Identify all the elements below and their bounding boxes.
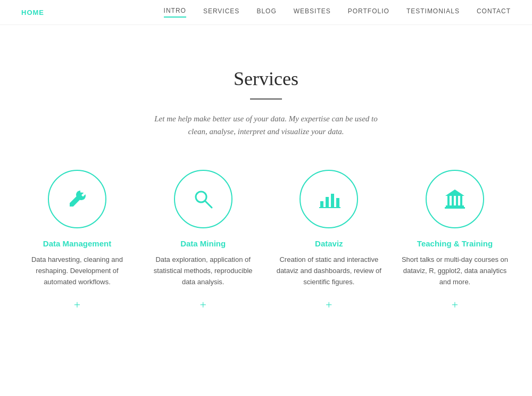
data-mining-title: Data Mining	[180, 239, 226, 248]
service-card-dataviz: Dataviz Creation of static and interacti…	[273, 170, 385, 312]
dataviz-desc: Creation of static and interactive datav…	[273, 254, 385, 287]
data-management-icon-circle	[48, 170, 106, 228]
svg-rect-11	[446, 205, 464, 207]
search-icon	[190, 186, 216, 212]
svg-rect-13	[445, 207, 465, 209]
nav-link-blog[interactable]: BLOG	[256, 7, 276, 17]
data-management-desc: Data harvesting, cleaning and reshaping.…	[21, 254, 133, 287]
nav-link-contact[interactable]: CONTACT	[477, 7, 511, 17]
service-card-data-management: Data Management Data harvesting, cleanin…	[21, 170, 133, 312]
svg-rect-4	[331, 194, 334, 208]
dataviz-icon-circle	[300, 170, 358, 228]
dataviz-title: Dataviz	[315, 239, 343, 248]
dataviz-plus[interactable]: +	[326, 298, 332, 312]
nav-logo[interactable]: HOME	[21, 9, 44, 16]
data-management-title: Data Management	[43, 239, 111, 248]
svg-rect-7	[447, 196, 450, 205]
svg-rect-10	[460, 196, 462, 205]
section-subtitle: Let me help make better use of your data…	[149, 112, 383, 138]
nav-link-testimonials[interactable]: TESTIMONIALS	[406, 7, 460, 17]
teaching-icon-circle	[426, 170, 484, 228]
navbar: HOME INTRO SERVICES BLOG WEBSITES PORTFO…	[0, 0, 532, 25]
nav-link-websites[interactable]: WEBSITES	[294, 7, 331, 17]
nav-links: INTRO SERVICES BLOG WEBSITES PORTFOLIO T…	[164, 7, 511, 18]
nav-link-portfolio[interactable]: PORTFOLIO	[348, 7, 389, 17]
teaching-title: Teaching & Training	[417, 239, 493, 248]
services-grid: Data Management Data harvesting, cleanin…	[21, 170, 511, 312]
building-icon	[442, 186, 468, 212]
teaching-desc: Short talks or multi-day courses on data…	[399, 254, 511, 287]
nav-link-services[interactable]: SERVICES	[203, 7, 239, 17]
svg-rect-2	[320, 201, 323, 208]
nav-link-intro[interactable]: INTRO	[164, 7, 186, 18]
service-card-teaching: Teaching & Training Short talks or multi…	[399, 170, 511, 312]
data-mining-icon-circle	[174, 170, 232, 228]
wrench-icon	[64, 186, 90, 212]
data-management-plus[interactable]: +	[74, 298, 80, 312]
svg-rect-3	[326, 197, 329, 208]
svg-marker-12	[445, 189, 464, 196]
data-mining-plus[interactable]: +	[200, 298, 206, 312]
title-divider	[250, 98, 282, 100]
main-content: Services Let me help make better use of …	[0, 25, 532, 344]
data-mining-desc: Data exploration, application of statist…	[147, 254, 259, 287]
teaching-plus[interactable]: +	[452, 298, 458, 312]
svg-rect-9	[456, 196, 458, 205]
chart-icon	[316, 186, 342, 212]
section-title: Services	[234, 68, 298, 90]
svg-rect-8	[452, 196, 454, 205]
service-card-data-mining: Data Mining Data exploration, applicatio…	[147, 170, 259, 312]
svg-rect-5	[336, 198, 339, 208]
svg-line-1	[205, 201, 212, 208]
